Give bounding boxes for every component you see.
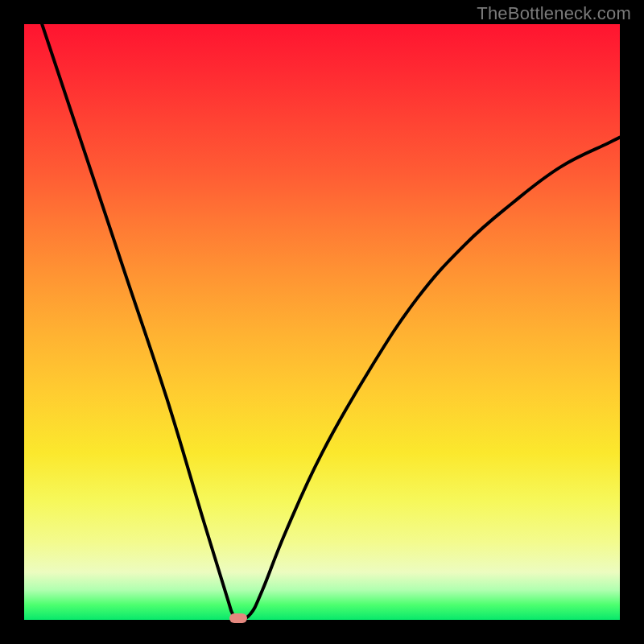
watermark-text: TheBottleneck.com <box>477 3 631 24</box>
bottleneck-curve <box>24 24 620 620</box>
minimum-marker <box>229 613 247 623</box>
chart-frame: TheBottleneck.com <box>0 0 644 644</box>
curve-path <box>42 24 620 620</box>
plot-area <box>24 24 620 620</box>
